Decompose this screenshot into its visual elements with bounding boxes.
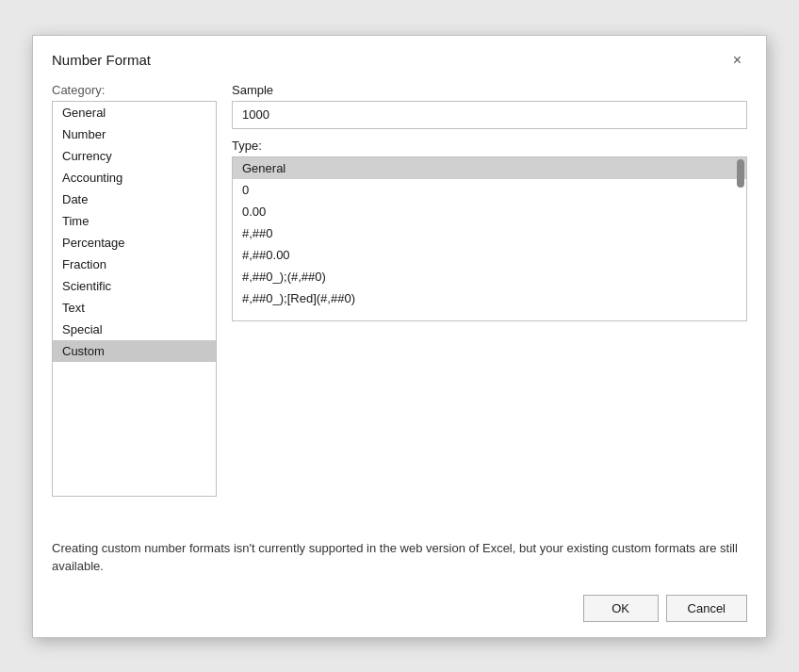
category-item-text[interactable]: Text: [53, 297, 216, 319]
category-item-scientific[interactable]: Scientific: [53, 275, 216, 297]
right-panel: Sample 1000 Type: General00.00#,##0#,##0…: [232, 83, 747, 507]
type-item-commadec[interactable]: #,##0.00: [233, 244, 746, 266]
ok-button[interactable]: OK: [583, 595, 659, 622]
category-label: Category:: [52, 83, 217, 97]
category-item-percentage[interactable]: Percentage: [53, 232, 216, 254]
title-bar: Number Format ×: [52, 51, 747, 70]
cancel-button[interactable]: Cancel: [666, 595, 747, 622]
category-item-accounting[interactable]: Accounting: [53, 167, 216, 188]
dialog-title: Number Format: [52, 52, 151, 68]
type-item-general[interactable]: General: [233, 157, 746, 179]
footer: OK Cancel: [52, 576, 747, 622]
type-label: Type:: [232, 139, 747, 153]
category-item-number[interactable]: Number: [53, 123, 216, 145]
category-item-special[interactable]: Special: [53, 319, 216, 340]
sample-value: 1000: [232, 101, 747, 129]
close-button[interactable]: ×: [727, 51, 747, 70]
type-item-twodec[interactable]: 0.00: [233, 201, 746, 222]
category-item-time[interactable]: Time: [53, 210, 216, 232]
type-section: Type: General00.00#,##0#,##0.00#,##0_);(…: [232, 139, 747, 321]
category-item-custom[interactable]: Custom: [53, 340, 216, 362]
note-text: Creating custom number formats isn't cur…: [52, 541, 738, 574]
type-list[interactable]: General00.00#,##0#,##0.00#,##0_);(#,##0)…: [232, 156, 747, 321]
category-list[interactable]: GeneralNumberCurrencyAccountingDateTimeP…: [52, 101, 217, 497]
type-item-comma[interactable]: #,##0: [233, 222, 746, 244]
scrollbar-indicator: [737, 159, 744, 188]
category-panel: Category: GeneralNumberCurrencyAccountin…: [52, 83, 217, 507]
main-content: Category: GeneralNumberCurrencyAccountin…: [52, 83, 747, 507]
type-item-commaredparen[interactable]: #,##0_);[Red](#,##0): [233, 287, 746, 309]
category-item-general[interactable]: General: [53, 102, 216, 123]
type-item-zero[interactable]: 0: [233, 179, 746, 201]
category-item-date[interactable]: Date: [53, 188, 216, 210]
category-item-currency[interactable]: Currency: [53, 145, 216, 167]
sample-section: Sample 1000: [232, 83, 747, 129]
category-item-fraction[interactable]: Fraction: [53, 254, 216, 275]
note-section: Creating custom number formats isn't cur…: [52, 530, 747, 576]
type-item-commaparen[interactable]: #,##0_);(#,##0): [233, 266, 746, 287]
number-format-dialog: Number Format × Category: GeneralNumberC…: [32, 35, 767, 638]
sample-label: Sample: [232, 83, 747, 97]
